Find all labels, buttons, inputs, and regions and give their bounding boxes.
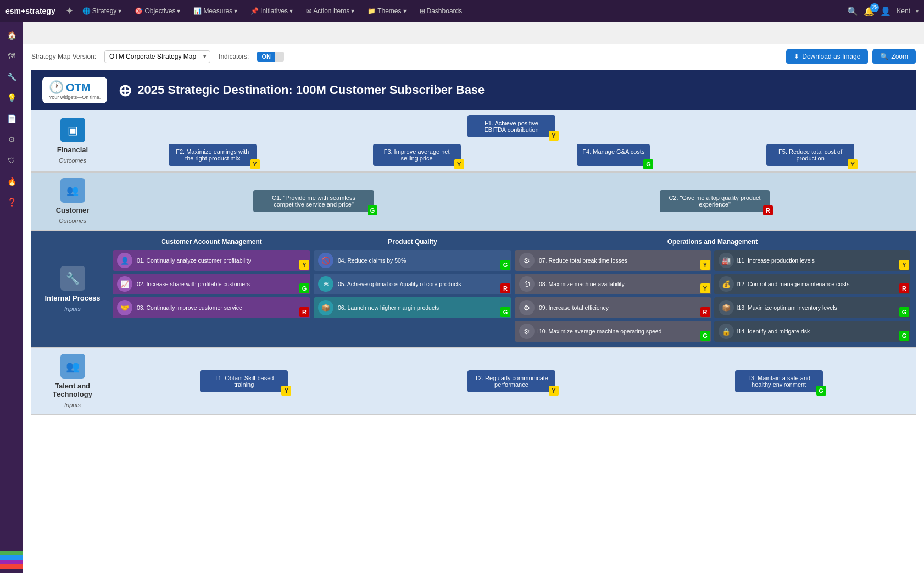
talent-people-icon: 👥: [66, 360, 80, 373]
user-chevron-icon[interactable]: ▾: [916, 8, 919, 14]
sidebar-lightbulb-icon[interactable]: 💡: [3, 89, 20, 107]
financial-perspective-row: ▣ Financial Outcomes F1. Achieve positiv…: [31, 110, 916, 173]
i01-icon: 👤: [117, 253, 132, 268]
objective-f1[interactable]: F1. Achieve positive EBITDA contribution…: [467, 115, 555, 137]
toggle-off[interactable]: [275, 52, 284, 62]
i13-badge: G: [899, 307, 909, 317]
sidebar-home-icon[interactable]: 🏠: [3, 26, 20, 44]
ops-header: Operations and Management: [515, 236, 910, 247]
i13-icon: 📦: [719, 300, 734, 315]
objective-i07[interactable]: ⚙ I07. Reduce total break time losses Y: [515, 250, 711, 271]
customer-perspective-label: 👥 Customer Outcomes: [37, 178, 108, 224]
i11-badge: Y: [899, 260, 909, 270]
download-button[interactable]: ⬇ Download as Image: [786, 49, 868, 64]
objective-i08[interactable]: ⏱ I08. Maximize machine availability Y: [515, 274, 711, 294]
nav-initiatives[interactable]: 📌 Initiatives ▾: [246, 7, 297, 15]
objective-i09[interactable]: ⚙ I09. Increase total efficiency R: [515, 297, 711, 318]
measures-chevron-icon: ▾: [234, 7, 237, 15]
talent-perspective-label: 👥 Talent and Technology Inputs: [37, 354, 108, 408]
i09-icon: ⚙: [519, 300, 535, 315]
notification-bell[interactable]: 🔔 29: [864, 6, 875, 16]
objective-c2[interactable]: C2. "Give me a top quality product exper…: [660, 190, 770, 212]
f1-row: F1. Achieve positive EBITDA contribution…: [113, 115, 910, 137]
nav-strategy[interactable]: 🌐 Strategy ▾: [78, 7, 126, 15]
sidebar-wrench-icon[interactable]: 🔧: [3, 68, 20, 86]
i08-icon: ⏱: [519, 276, 535, 292]
internal-perspective-label: 🔧 Internal Process Inputs: [37, 236, 108, 342]
financial-perspective-name: Financial: [57, 146, 88, 154]
toggle-switch[interactable]: ON: [257, 52, 284, 62]
internal-perspective-name: Internal Process: [44, 294, 100, 302]
objective-i02[interactable]: 📈 I02. Increase share with profitable cu…: [113, 274, 310, 294]
sidebar-document-icon[interactable]: 📄: [3, 110, 20, 127]
i06-icon: 📦: [318, 300, 333, 315]
f2-f5-row: F2. Maximize earnings with the right pro…: [113, 144, 910, 166]
top-navigation: esm+strategy ✦ 🌐 Strategy ▾ 🎯 Objectives…: [0, 0, 924, 22]
i03-badge: R: [299, 307, 309, 317]
f5-badge: Y: [848, 159, 858, 169]
objective-c1[interactable]: C1. "Provide me with seamless competitiv…: [253, 190, 374, 212]
objective-i14[interactable]: 🔒 I14. Identify and mitigate risk G: [714, 321, 911, 342]
objective-i10[interactable]: ⚙ I10. Maximize average machine operatin…: [515, 321, 711, 342]
ops-left: ⚙ I07. Reduce total break time losses Y …: [515, 250, 711, 342]
objective-i03[interactable]: 🤝 I03. Continually improve customer serv…: [113, 297, 310, 318]
nav-dashboards[interactable]: ⊞ Dashboards: [415, 7, 467, 15]
objective-f5[interactable]: F5. Reduce total cost of production Y: [766, 144, 854, 166]
c2-badge: R: [763, 205, 773, 215]
nav-themes[interactable]: 📁 Themes ▾: [363, 7, 410, 15]
f2-badge: Y: [250, 159, 260, 169]
internal-col-cam: Customer Account Management 👤 I01. Conti…: [113, 236, 310, 342]
t2-badge: Y: [549, 386, 559, 396]
i03-icon: 🤝: [117, 300, 132, 315]
logo-subtitle: Your widgets—On time.: [49, 94, 101, 100]
objective-t3[interactable]: T3. Maintain a safe and healthy environm…: [735, 370, 823, 392]
sidebar-map-icon[interactable]: 🗺: [3, 47, 20, 65]
notification-count: 29: [870, 3, 879, 12]
objective-i05[interactable]: ❄ I05. Achieve optimal cost/quality of c…: [314, 274, 511, 294]
talent-perspective-row: 👥 Talent and Technology Inputs T1. Obtai…: [31, 348, 916, 415]
ops-grid: ⚙ I07. Reduce total break time losses Y …: [515, 250, 910, 342]
financial-perspective-sub: Outcomes: [59, 157, 86, 164]
customer-perspective-name: Customer: [56, 206, 90, 214]
i05-badge: R: [500, 283, 510, 293]
objectives-chevron-icon: ▾: [177, 7, 180, 15]
objective-i13[interactable]: 📦 I13. Maximize optimum inventory levels…: [714, 297, 911, 318]
search-icon[interactable]: 🔍: [847, 6, 858, 16]
nav-right-area: 🔍 🔔 29 👤 Kent ▾: [847, 6, 919, 16]
i11-icon: 🏭: [719, 253, 734, 268]
i04-icon: 🚫: [318, 253, 333, 268]
objective-f3[interactable]: F3. Improve average net selling price Y: [373, 144, 461, 166]
objective-i04[interactable]: 🚫 I04. Reduce claims by 50% G: [314, 250, 511, 271]
objective-t2[interactable]: T2. Regularly communicate performance Y: [467, 370, 555, 392]
version-select[interactable]: OTM Corporate Strategy Map: [104, 50, 210, 63]
user-avatar[interactable]: 👤: [880, 6, 891, 16]
objective-f4[interactable]: F4. Manage G&A costs G: [577, 144, 650, 166]
customer-perspective-row: 👥 Customer Outcomes C1. "Provide me with…: [31, 173, 916, 231]
objective-f2[interactable]: F2. Maximize earnings with the right pro…: [169, 144, 257, 166]
sidebar-shield-icon[interactable]: 🛡: [3, 152, 20, 169]
initiatives-pin-icon: 📌: [251, 7, 259, 15]
objective-t1[interactable]: T1. Obtain Skill-based training Y: [200, 370, 288, 392]
customer-perspective-sub: Outcomes: [59, 218, 86, 224]
sidebar-settings-icon[interactable]: ⚙: [3, 131, 20, 148]
objective-i01[interactable]: 👤 I01. Continually analyze customer prof…: [113, 250, 310, 271]
sidebar-help-icon[interactable]: ❓: [3, 193, 20, 211]
zoom-button[interactable]: 🔍 Zoom: [872, 49, 916, 64]
toggle-on[interactable]: ON: [257, 52, 275, 62]
nav-objectives[interactable]: 🎯 Objectives ▾: [130, 7, 185, 15]
nav-measures[interactable]: 📊 Measures ▾: [189, 7, 242, 15]
app-logo[interactable]: esm+strategy: [5, 7, 55, 15]
version-label: Strategy Map Version:: [31, 53, 96, 60]
objective-i06[interactable]: 📦 I06. Launch new higher margin products…: [314, 297, 511, 318]
target-icon: ⊕: [118, 81, 132, 100]
objective-i11[interactable]: 🏭 I11. Increase production levels Y: [714, 250, 911, 271]
customer-objectives-area: C1. "Provide me with seamless competitiv…: [113, 178, 910, 224]
nav-action-items[interactable]: ✉ Action Items ▾: [302, 7, 359, 15]
sidebar-fire-icon[interactable]: 🔥: [3, 173, 20, 190]
user-name[interactable]: Kent: [897, 7, 910, 15]
talent-icon: 👥: [60, 354, 85, 379]
cam-header: Customer Account Management: [113, 236, 310, 247]
objective-i12[interactable]: 💰 I12. Control and manage maintenance co…: [714, 274, 911, 294]
version-select-wrapper[interactable]: OTM Corporate Strategy Map: [104, 50, 210, 63]
c1-badge: G: [368, 205, 377, 215]
